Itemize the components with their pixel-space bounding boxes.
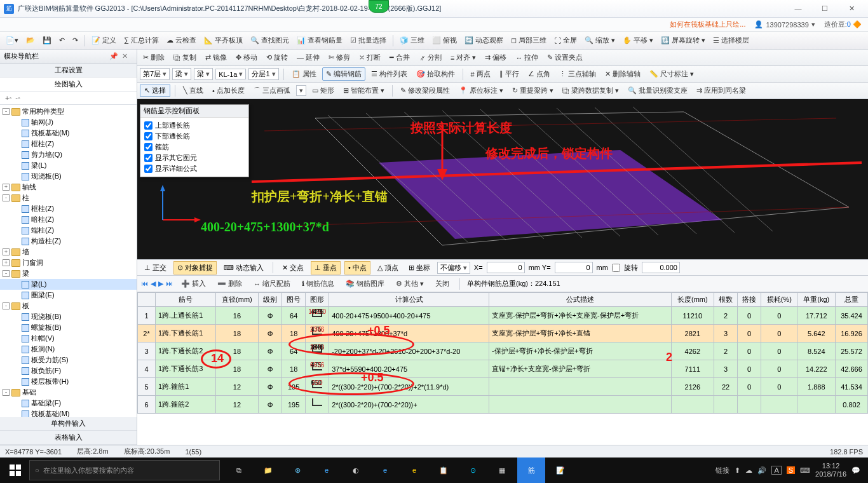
screen-rotate-button[interactable]: 🔃 屏幕旋转 ▾ (658, 34, 709, 46)
select-tool[interactable]: ↖ 选择 (140, 85, 170, 97)
edge-icon[interactable]: e (313, 458, 341, 483)
tree-leaf[interactable]: 框柱(Z) (0, 203, 137, 214)
new-button[interactable]: 📄▾ (3, 35, 22, 46)
orig-dim-button[interactable]: 📍 原位标注 ▾ (456, 85, 506, 97)
tree-node[interactable]: +墙 (0, 247, 137, 257)
task-view-icon[interactable]: ⧉ (225, 458, 253, 483)
col-header[interactable]: 损耗(%) (761, 293, 797, 307)
tab-draw-input[interactable]: 绘图输入 (0, 78, 137, 92)
batch-recog-button[interactable]: 🔍 批量识别梁支座 (625, 85, 691, 97)
tab-table-input[interactable]: 表格输入 (0, 431, 137, 445)
bean-count[interactable]: 造价豆:0 🔶 (824, 20, 862, 29)
tree-leaf[interactable]: 暗柱(Z) (0, 214, 137, 225)
app-icon-3[interactable]: ◐ (342, 458, 370, 483)
batch-select-button[interactable]: ☑ 批量选择 (347, 34, 390, 46)
respan-button[interactable]: ↻ 重提梁跨 ▾ (509, 85, 557, 97)
mirror-button[interactable]: ⇄ 镜像 (202, 51, 230, 64)
offset-mode-combo[interactable]: 不偏移 ▾ (437, 262, 470, 274)
panel-check[interactable]: 显示详细公式 (144, 163, 245, 174)
table-row[interactable]: 11跨.上通长筋116Φ6447510260475400-20+475+9500… (138, 307, 868, 325)
tray-icon-a[interactable]: A (771, 466, 781, 475)
scale-button[interactable]: ↔ 缩尺配筋 (250, 278, 294, 290)
tree-leaf[interactable]: 现浇板(B) (0, 171, 137, 182)
point-len-tool[interactable]: • 点加长度 (209, 85, 248, 97)
tree-leaf[interactable]: 板负筋(F) (0, 365, 137, 376)
flat-top-button[interactable]: 📐 平齐板顶 (201, 34, 246, 46)
props-button[interactable]: 📋 属性 (288, 68, 320, 80)
tree-leaf[interactable]: 柱帽(V) (0, 333, 137, 344)
pan-button[interactable]: ✋ 平移 ▾ (620, 34, 656, 46)
app-icon-active[interactable]: 筋 (517, 458, 545, 483)
align-button[interactable]: ≡ 对齐 ▾ (447, 51, 479, 64)
app-icon-4[interactable]: e (371, 458, 399, 483)
sum-button[interactable]: ∑ 汇总计算 (121, 34, 162, 46)
break-button[interactable]: ⤫ 打断 (356, 51, 384, 64)
search-box[interactable]: ○ 在这里输入你想要搜索的内容 (29, 460, 220, 480)
col-header[interactable]: 计算公式 (329, 293, 489, 307)
point-angle-button[interactable]: ∠ 点角 (525, 68, 553, 80)
save-button[interactable]: 💾 (39, 35, 55, 46)
find-elem-button[interactable]: 🔍 查找图元 (247, 34, 292, 46)
tray-icon-1[interactable]: ⬆ (735, 466, 740, 475)
floor-combo[interactable]: 第7层▾ (140, 68, 170, 80)
app-icon-1[interactable]: 📁 (254, 458, 282, 483)
two-point-button[interactable]: # 两点 (468, 68, 494, 80)
table-row[interactable]: 41跨.下通长筋318Φ18475663637*d+5590+400-20+47… (138, 360, 868, 378)
table-row[interactable]: 61跨.箍筋212Φ1952*((300-2*20)+(700-2*20))+0… (138, 396, 868, 414)
pick-comp-button[interactable]: 🎯 拾取构件 (413, 68, 458, 80)
panel-check[interactable]: 下部通长筋 (144, 131, 245, 142)
move-button[interactable]: ✥ 移动 (233, 51, 261, 64)
tray-icon-3[interactable]: 🔊 (757, 466, 766, 475)
parallel-button[interactable]: ∥ 平行 (496, 68, 522, 80)
col-header[interactable]: 直径(mm) (215, 293, 259, 307)
tree-leaf[interactable]: 筏板基础(M) (0, 409, 137, 417)
tree-leaf[interactable]: 筏板基础(M) (0, 128, 137, 139)
app-icon-2[interactable]: ⊛ (283, 458, 311, 483)
rebar-lib-button[interactable]: 📚 钢筋图库 (342, 278, 388, 290)
tree-leaf[interactable]: 框柱(Z) (0, 139, 137, 149)
score-badge[interactable]: 72 (369, 0, 389, 13)
tree-leaf[interactable]: 楼层板带(H) (0, 376, 137, 387)
delete-button[interactable]: ✂ 删除 (140, 51, 168, 64)
view-rebar-button[interactable]: 📊 查看钢筋量 (294, 34, 346, 46)
y-input[interactable] (555, 262, 593, 273)
delete-row-button[interactable]: ➖ 删除 (214, 278, 245, 290)
split-button[interactable]: ⫽ 分割 (416, 51, 445, 64)
rect-tool[interactable]: ▭ 矩形 (309, 85, 337, 97)
edit-rebar-button[interactable]: ✎ 编辑钢筋 (322, 67, 365, 81)
insert-row-button[interactable]: ➕ 插入 (178, 278, 209, 290)
clock[interactable]: 13:122018/7/16 (815, 462, 846, 478)
app-icon-8[interactable]: 📝 (546, 458, 574, 483)
grips-button[interactable]: ✎ 设置夹点 (544, 51, 586, 64)
category-combo[interactable]: 梁▾ (172, 68, 191, 80)
merge-button[interactable]: ━ 合并 (386, 51, 413, 64)
top-view-button[interactable]: ⬜ 俯视 (429, 34, 460, 46)
copy-span-button[interactable]: ⿻ 梁跨数据复制 ▾ (559, 85, 622, 97)
tree-leaf[interactable]: 梁(L) (0, 160, 137, 171)
undo-button[interactable]: ↶ (56, 35, 68, 46)
tree-node[interactable]: -常用构件类型 (0, 106, 137, 117)
app-icon-6[interactable]: ⊙ (459, 458, 487, 483)
collapse-all-icon[interactable]: -◦ (15, 94, 20, 102)
tree-node[interactable]: +门窗洞 (0, 257, 137, 268)
tree-leaf[interactable]: 基础梁(F) (0, 398, 137, 409)
expand-all-icon[interactable]: +◦ (5, 94, 11, 102)
define-button[interactable]: 📝 定义 (88, 34, 119, 46)
start-button[interactable] (3, 458, 28, 483)
comp-list-button[interactable]: ☰ 构件列表 (368, 68, 410, 80)
ie-icon[interactable]: e (400, 458, 428, 483)
user-info[interactable]: 👤 13907298339 ▾ (754, 20, 815, 29)
col-header[interactable]: 图形 (306, 293, 329, 307)
tree-leaf[interactable]: 端柱(Z) (0, 225, 137, 236)
snap-mid[interactable]: • 中点 (344, 261, 370, 274)
tree-node[interactable]: -柱 (0, 193, 137, 203)
name-combo[interactable]: KL-1a▾ (215, 69, 246, 79)
col-header[interactable]: 根数 (714, 293, 738, 307)
redo-button[interactable]: ↷ (69, 35, 81, 46)
smart-layout-tool[interactable]: ⊞ 智能布置 ▾ (340, 85, 388, 97)
tree-leaf[interactable]: 构造柱(Z) (0, 236, 137, 247)
mod-span-button[interactable]: ✎ 修改梁段属性 (397, 85, 453, 97)
tree-node[interactable]: -基础 (0, 387, 137, 398)
other-button[interactable]: ⚙ 其他 ▾ (393, 278, 427, 290)
col-header[interactable]: 长度(mm) (671, 293, 714, 307)
